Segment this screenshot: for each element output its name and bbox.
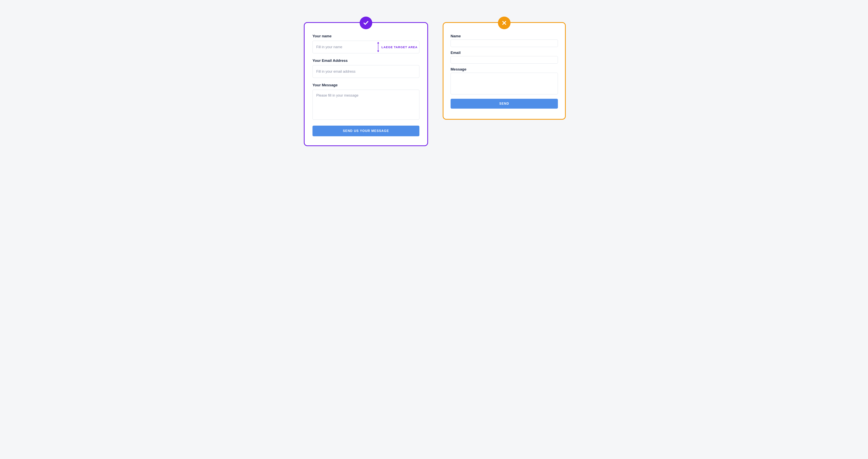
message-textarea[interactable] (312, 90, 420, 120)
message-textarea-bad[interactable] (451, 73, 558, 94)
name-field-group-bad: Name (451, 34, 558, 47)
email-label-bad: Email (451, 51, 558, 55)
message-field-group: Your Message (312, 83, 420, 120)
send-button-bad[interactable]: SEND (451, 99, 558, 109)
check-icon (363, 20, 369, 26)
name-label-bad: Name (451, 34, 558, 38)
close-icon (501, 20, 507, 26)
vertical-arrow-icon (377, 42, 379, 52)
message-label-bad: Message (451, 67, 558, 71)
name-field-group: Your name LAEGE TARGET AREA (312, 34, 420, 53)
message-field-group-bad: Message (451, 67, 558, 95)
email-field-group: Your Email Address (312, 58, 420, 78)
svg-marker-1 (377, 42, 379, 44)
email-input[interactable] (312, 65, 420, 78)
cross-badge (498, 17, 510, 29)
comparison-canvas: Your name LAEGE TARGET AREA Your Email (287, 0, 581, 155)
send-button-good[interactable]: SEND US YOUR MESSAGE (312, 125, 420, 136)
message-label: Your Message (312, 83, 420, 87)
bad-card: Name Email Message SEND (443, 22, 566, 120)
name-row: LAEGE TARGET AREA (312, 41, 420, 53)
name-input-bad[interactable] (451, 39, 558, 47)
check-badge (360, 17, 372, 29)
large-target-annotation: LAEGE TARGET AREA (377, 42, 418, 52)
name-label: Your name (312, 34, 420, 38)
email-input-bad[interactable] (451, 56, 558, 64)
email-field-group-bad: Email (451, 51, 558, 64)
email-label: Your Email Address (312, 58, 420, 63)
good-card: Your name LAEGE TARGET AREA Your Email (304, 22, 428, 146)
annotation-text: LAEGE TARGET AREA (381, 46, 418, 49)
svg-marker-2 (377, 51, 379, 52)
